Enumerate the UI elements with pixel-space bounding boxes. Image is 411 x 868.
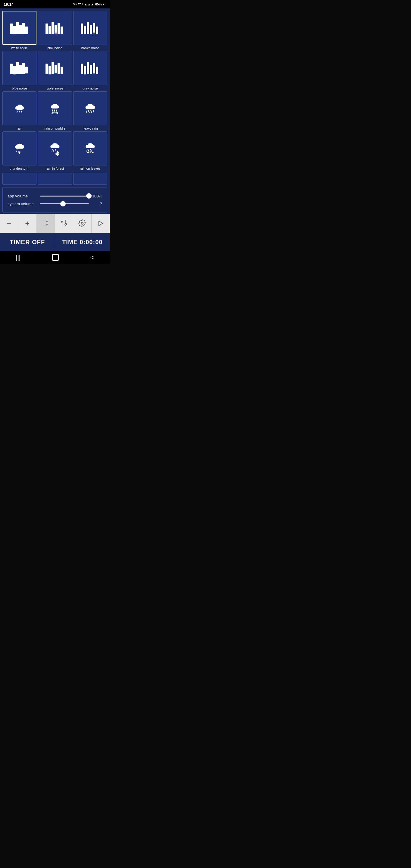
sound-tile-thunderstorm[interactable] — [2, 131, 36, 165]
sound-tile-brown-noise[interactable] — [73, 11, 107, 45]
sound-tile-white-noise[interactable] — [2, 11, 36, 45]
sound-tile-gray-noise[interactable] — [73, 51, 107, 85]
partial-tile-1[interactable] — [2, 173, 36, 185]
sound-item-pink-noise[interactable]: pink noise — [38, 11, 72, 50]
sound-tile-heavy-rain[interactable] — [73, 91, 107, 125]
sound-item-brown-noise[interactable]: brown noise — [73, 11, 107, 50]
equalizer-button[interactable] — [55, 214, 73, 233]
svg-line-59 — [52, 149, 53, 151]
battery-icon: ▭ — [103, 2, 106, 6]
add-button[interactable]: + — [19, 214, 37, 233]
sound-item-rain-leaves[interactable]: rain on leaves — [73, 131, 107, 170]
sound-item-gray-noise[interactable]: gray noise — [73, 51, 107, 90]
sound-item-rain-forest[interactable]: rain in forest — [38, 131, 72, 170]
battery-label: 65% — [95, 2, 102, 6]
svg-line-57 — [17, 150, 17, 152]
svg-line-49 — [56, 110, 57, 112]
partial-tile-3[interactable] — [73, 173, 107, 185]
volume-section: app volume 100% system volume 7 — [2, 187, 107, 213]
svg-rect-3 — [13, 29, 16, 31]
svg-rect-32 — [52, 62, 54, 74]
system-volume-slider[interactable] — [40, 201, 89, 207]
svg-rect-10 — [49, 26, 51, 34]
svg-line-48 — [54, 110, 55, 112]
svg-rect-22 — [96, 27, 98, 34]
svg-line-53 — [88, 111, 89, 113]
svg-rect-64 — [57, 155, 58, 156]
minus-button[interactable]: − — [0, 214, 19, 233]
timer-off-section[interactable]: TIMER OFF — [0, 233, 55, 251]
svg-line-67 — [90, 149, 91, 151]
app-volume-slider[interactable] — [40, 193, 89, 199]
sound-item-blue-noise[interactable]: blue noise — [2, 51, 36, 90]
svg-rect-38 — [84, 66, 86, 74]
sound-item-rain[interactable]: rain — [2, 91, 36, 130]
sound-label-rain-forest: rain in forest — [46, 167, 64, 170]
rain-icon — [11, 101, 28, 116]
svg-rect-13 — [55, 33, 57, 34]
svg-rect-26 — [19, 65, 22, 74]
heavy-rain-icon — [82, 101, 98, 116]
eq-icon-violet — [44, 61, 65, 76]
svg-marker-75 — [99, 221, 103, 226]
eq-icon-gray — [80, 61, 101, 76]
svg-rect-36 — [61, 67, 63, 74]
svg-rect-35 — [58, 63, 60, 74]
settings-button[interactable] — [73, 214, 92, 233]
signal-icon: ▲▲▲ — [84, 2, 94, 6]
rain-forest-icon — [46, 141, 63, 156]
system-volume-label: system volume — [7, 202, 38, 206]
partial-tile-2[interactable] — [38, 173, 72, 185]
svg-line-65 — [87, 149, 87, 151]
sound-tile-pink-noise[interactable] — [38, 11, 72, 45]
eq-icon-blue — [9, 61, 30, 76]
svg-rect-27 — [22, 63, 25, 74]
svg-rect-42 — [96, 67, 98, 74]
moon-icon: ☽ — [43, 220, 49, 227]
rain-puddle-icon — [46, 101, 63, 116]
sound-item-violet-noise[interactable]: violet noise — [38, 51, 72, 90]
sound-label-heavy-rain: heavy rain — [83, 127, 98, 130]
sound-tile-blue-noise[interactable] — [2, 51, 36, 85]
timer-time-section[interactable]: TIME 0:00:00 — [55, 233, 110, 251]
svg-rect-14 — [58, 23, 60, 34]
sound-label-thunderstorm: thunderstorm — [10, 167, 29, 170]
sound-item-heavy-rain[interactable]: heavy rain — [73, 91, 107, 130]
sound-label-rain: rain — [17, 127, 22, 130]
svg-line-60 — [53, 149, 54, 151]
svg-rect-6 — [19, 25, 22, 34]
sound-tile-rain-puddle[interactable] — [38, 91, 72, 125]
svg-line-47 — [52, 110, 53, 112]
svg-rect-7 — [22, 23, 25, 34]
sound-item-thunderstorm[interactable]: thunderstorm — [2, 131, 36, 170]
sound-item-white-noise[interactable]: white noise — [2, 11, 36, 50]
plus-icon: + — [25, 219, 30, 227]
nav-bar: ||| < — [0, 251, 110, 264]
sound-tile-violet-noise[interactable] — [38, 51, 72, 85]
sound-label-gray-noise: gray noise — [83, 87, 98, 90]
recent-apps-button[interactable]: ||| — [16, 254, 21, 261]
system-volume-thumb[interactable] — [60, 201, 66, 207]
svg-rect-43 — [93, 73, 95, 74]
play-button[interactable] — [92, 214, 110, 233]
svg-rect-16 — [81, 24, 83, 34]
svg-rect-18 — [87, 22, 89, 34]
system-volume-row: system volume 7 — [7, 201, 102, 207]
back-button[interactable]: < — [90, 254, 94, 261]
sliders-icon — [60, 220, 68, 227]
sound-tile-rain-leaves[interactable] — [73, 131, 107, 165]
sleep-button[interactable]: ☽ — [37, 214, 55, 233]
svg-rect-15 — [61, 27, 63, 34]
sound-tile-rain[interactable] — [2, 91, 36, 125]
rain-leaves-icon — [82, 141, 98, 156]
timer-time-label: TIME 0:00:00 — [62, 239, 102, 246]
sound-label-blue-noise: blue noise — [12, 87, 27, 90]
home-button[interactable] — [52, 254, 59, 261]
sound-tile-rain-forest[interactable] — [38, 131, 72, 165]
svg-rect-37 — [81, 64, 83, 74]
sound-item-rain-puddle[interactable]: rain on puddle — [38, 91, 72, 130]
status-right: VoLTE1 ▲▲▲ 65% ▭ — [73, 2, 106, 6]
app-volume-thumb[interactable] — [86, 193, 92, 198]
sound-label-rain-puddle: rain on puddle — [44, 127, 65, 130]
svg-rect-9 — [45, 24, 48, 34]
